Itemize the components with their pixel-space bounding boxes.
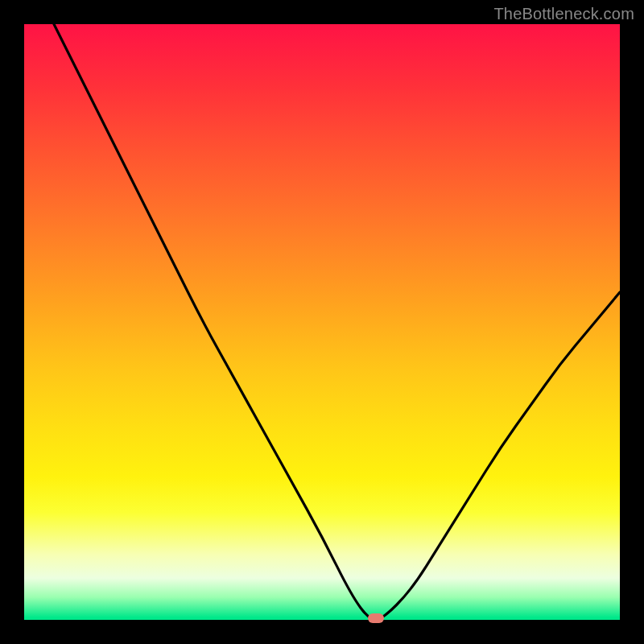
bottleneck-curve — [54, 24, 620, 620]
curve-svg — [24, 24, 620, 620]
watermark-text: TheBottleneck.com — [493, 5, 634, 23]
optimal-marker — [368, 613, 384, 623]
plot-area — [24, 24, 620, 620]
chart-frame: TheBottleneck.com — [0, 0, 644, 644]
